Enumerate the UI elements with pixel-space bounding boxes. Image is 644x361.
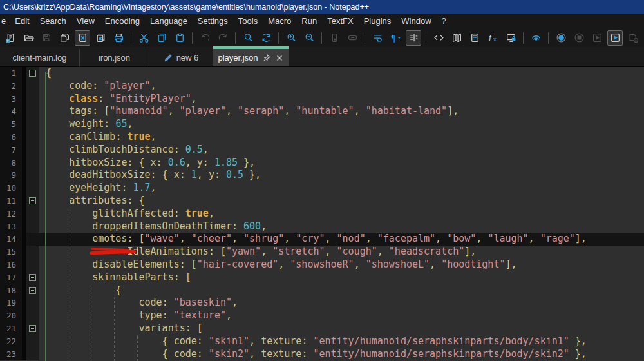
bookmark-margin[interactable] [22,322,26,335]
menu-item-view[interactable]: View [71,14,100,28]
bookmark-margin[interactable] [22,348,26,361]
zoom-in-button[interactable] [283,30,299,46]
cut-button[interactable] [136,30,151,46]
code-line-10[interactable]: 10 eyeHeight: 1.7, [0,182,644,195]
monitor-lock-button[interactable] [503,30,518,46]
tab-new-6[interactable]: new 6 [149,49,213,66]
code-line-22[interactable]: 22 { code: "skin1", texture: "entity/hum… [0,335,644,348]
menu-item-[interactable]: ? [437,14,451,28]
fold-collapse-button[interactable] [29,287,36,294]
menu-item-encoding[interactable]: Encoding [100,14,145,28]
bookmark-margin[interactable] [22,246,26,259]
copy-button[interactable] [154,30,169,46]
eye-button[interactable] [528,30,544,46]
code-line-15[interactable]: 15 randomIdleAnimations: ["yawn", "stret… [0,246,644,259]
bookmark-margin[interactable] [22,259,26,271]
replace-button[interactable] [258,30,274,46]
tab-iron-json[interactable]: iron.json [80,49,149,66]
new-file-button[interactable] [3,30,18,46]
redo-button[interactable] [215,30,231,46]
save-button[interactable] [39,30,54,46]
tab-player-json[interactable]: player.json [213,49,289,66]
undo-button[interactable] [197,30,213,46]
bookmark-margin[interactable] [22,309,26,322]
fold-collapse-button[interactable] [29,274,36,281]
menu-item-edit[interactable]: Edit [10,14,34,28]
print-button[interactable] [111,30,126,46]
menu-item-settings[interactable]: Settings [193,14,233,28]
code-line-21[interactable]: 21 variants: [ [0,322,644,335]
code-line-4[interactable]: 4 tags: ["humanoid", "player", "seraph",… [0,105,644,118]
pin-tab-button[interactable] [262,54,271,63]
doc-list-button[interactable] [467,30,482,46]
stop-macro-button[interactable] [571,30,587,46]
code-line-3[interactable]: 3 class: "EntityPlayer", [0,93,644,106]
run-macro-multi-button[interactable] [607,30,623,46]
play-macro-button[interactable] [589,30,605,46]
bookmark-margin[interactable] [22,105,26,118]
open-folder-button[interactable] [21,30,36,46]
doc-map-button[interactable] [449,30,464,46]
code-line-12[interactable]: 12 glitchAffected: true, [0,208,644,220]
code-line-19[interactable]: 19 code: "baseskin", [0,297,644,309]
code-line-2[interactable]: 2 code: "player", [0,80,644,93]
menu-item-window[interactable]: Window [396,14,436,28]
menu-item-e[interactable]: e [0,14,10,28]
save-macro-button[interactable] [625,30,641,46]
menu-item-run[interactable]: Run [296,14,322,28]
bookmark-margin[interactable] [22,297,26,309]
code-line-20[interactable]: 20 type: "texture", [0,309,644,322]
bookmark-margin[interactable] [22,233,26,246]
function-list-button[interactable]: fx [485,30,500,46]
doc-compare-button[interactable] [345,30,360,46]
code-line-23[interactable]: 23 { code: "skin2", texture: "entity/hum… [0,348,644,361]
record-macro-button[interactable] [553,30,569,46]
bookmark-margin[interactable] [22,208,26,220]
bookmark-margin[interactable] [22,169,26,182]
menu-item-plugins[interactable]: Plugins [359,14,397,28]
bookmark-margin[interactable] [22,220,26,233]
code-line-13[interactable]: 13 droppedItemsOnDeathTimer: 600, [0,220,644,233]
menu-item-textfx[interactable]: TextFX [322,14,358,28]
code-line-18[interactable]: 18 { [0,284,644,297]
bookmark-margin[interactable] [22,195,26,208]
find-button[interactable] [240,30,256,46]
fold-collapse-button[interactable] [29,70,36,77]
bookmark-margin[interactable] [22,335,26,348]
bookmark-margin[interactable] [22,67,26,80]
code-line-6[interactable]: 6 canClimb: true, [0,131,644,144]
bookmark-margin[interactable] [22,271,26,284]
menu-item-language[interactable]: Language [145,14,193,28]
code-line-14[interactable]: 14 emotes: ["wave", "cheer", "shrug", "c… [0,233,644,246]
bookmark-margin[interactable] [22,182,26,195]
code-line-1[interactable]: 1{ [0,67,644,80]
bookmark-margin[interactable] [22,157,26,170]
save-all-button[interactable] [57,30,72,46]
bookmark-margin[interactable] [22,131,26,144]
fold-collapse-button[interactable] [29,197,36,204]
fold-collapse-button[interactable] [29,325,36,332]
code-line-8[interactable]: 8 hitboxSize: { x: 0.6, y: 1.85 }, [0,157,644,170]
title-bar[interactable]: C:\Users\krizz\AppData\Roaming\Vintagest… [0,0,644,14]
bookmark-margin[interactable] [22,144,26,157]
code-line-5[interactable]: 5 weight: 65, [0,118,644,131]
bookmark-margin[interactable] [22,118,26,131]
word-wrap-button[interactable] [370,30,385,46]
code-line-7[interactable]: 7 climbTouchDistance: 0.5, [0,144,644,157]
paste-button[interactable] [172,30,187,46]
code-line-11[interactable]: 11 attributes: { [0,195,644,208]
code-editor[interactable]: 1{2 code: "player",3 class: "EntityPlaye… [0,67,644,361]
code-line-17[interactable]: 17 skinnableParts: [ [0,271,644,284]
bookmark-margin[interactable] [22,284,26,297]
menu-item-tools[interactable]: Tools [233,14,263,28]
menu-item-search[interactable]: Search [35,14,71,28]
code-line-16[interactable]: 16 disableElements: ["hair-covered", "sh… [0,259,644,271]
bookmark-margin[interactable] [22,80,26,93]
doc-switcher-button[interactable] [327,30,342,46]
code-line-9[interactable]: 9 deadHitboxSize: { x: 1, y: 0.5 }, [0,169,644,182]
close-tab-button[interactable] [275,54,284,63]
code-tags-button[interactable] [431,30,446,46]
menu-item-macro[interactable]: Macro [263,14,296,28]
zoom-out-button[interactable] [301,30,317,46]
close-all-docs-button[interactable] [93,30,108,46]
